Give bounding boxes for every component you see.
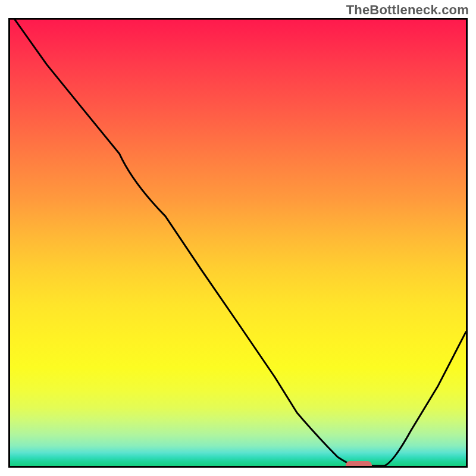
- curve-path: [15, 20, 466, 466]
- chart-container: TheBottleneck.com: [0, 0, 476, 476]
- plot-area: [8, 18, 468, 468]
- bottleneck-curve: [10, 20, 466, 466]
- watermark-text: TheBottleneck.com: [346, 2, 469, 18]
- optimal-marker: [346, 461, 372, 468]
